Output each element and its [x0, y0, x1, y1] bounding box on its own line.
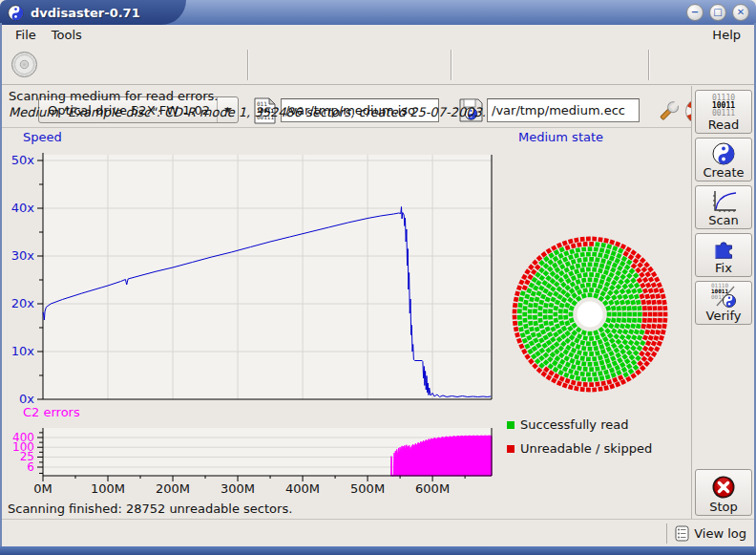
status-line-2: Medium "Example disc": CD-R mode 1, 3524… — [9, 105, 691, 119]
app-logo-icon — [8, 5, 24, 21]
window-bottom-border — [0, 546, 756, 555]
read-button[interactable]: 011101001100111 Read — [695, 90, 752, 134]
toolbar: Optical drive 52X FW 1.02 011 10011 0011… — [2, 45, 754, 85]
svg-text:300M: 300M — [220, 481, 255, 496]
menu-help[interactable]: Help — [704, 26, 748, 44]
read-button-label: Read — [708, 117, 740, 132]
verify-button[interactable]: 011101001100111 Verify — [695, 281, 752, 325]
svg-text:30x: 30x — [11, 248, 35, 263]
window-edge — [0, 23, 2, 546]
svg-text:40x: 40x — [11, 201, 35, 215]
menu-tools[interactable]: Tools — [44, 26, 90, 44]
svg-text:600M: 600M — [415, 481, 450, 496]
legend-swatch-red — [507, 445, 514, 453]
legend-swatch-green — [507, 421, 514, 429]
log-list-icon — [675, 525, 690, 542]
toolbar-separator — [451, 50, 452, 80]
view-log-label: View log — [694, 526, 746, 541]
menubar: File Tools Help — [2, 25, 754, 45]
svg-text:100M: 100M — [91, 481, 125, 496]
svg-text:0M: 0M — [33, 481, 52, 496]
menu-file[interactable]: File — [8, 26, 44, 44]
stop-button-label: Stop — [709, 500, 738, 514]
app-window: dvdisaster-0.71 − □ ✕ File Tools Help Op… — [0, 0, 756, 555]
cd-drive-icon[interactable] — [10, 51, 38, 78]
svg-text:0x: 0x — [19, 392, 34, 406]
scan-button-label: Scan — [708, 213, 739, 227]
verify-slash-yinyang-icon — [715, 285, 736, 308]
view-log-button[interactable]: View log — [666, 523, 746, 544]
minimize-button[interactable]: − — [686, 4, 704, 21]
puzzle-piece-icon — [712, 237, 736, 261]
legend-item-read: Successfully read — [507, 417, 628, 432]
svg-text:400: 400 — [12, 431, 34, 444]
verify-icon: 011101001100111 — [711, 283, 736, 309]
svg-text:50x: 50x — [11, 153, 35, 167]
maximize-button[interactable]: □ — [709, 4, 726, 21]
verify-button-label: Verify — [706, 309, 742, 323]
toolbar-separator — [247, 50, 249, 80]
create-button[interactable]: Create — [695, 138, 752, 181]
create-button-label: Create — [703, 165, 744, 180]
read-binary-icon: 011101001100111 — [712, 95, 735, 117]
legend-label-read: Successfully read — [520, 417, 628, 432]
status-info: Scanning medium for read errors. Medium … — [2, 86, 691, 128]
yin-yang-icon — [712, 142, 735, 165]
stop-button[interactable]: Stop — [695, 469, 752, 516]
close-button[interactable]: ✕ — [732, 4, 749, 21]
scan-button[interactable]: Scan — [695, 185, 752, 229]
stop-icon — [711, 475, 736, 500]
svg-text:200M: 200M — [156, 481, 190, 496]
svg-text:10x: 10x — [11, 344, 35, 358]
titlebar-tab: dvdisaster-0.71 — [0, 0, 186, 25]
fix-button-label: Fix — [715, 261, 732, 275]
titlebar[interactable]: dvdisaster-0.71 − □ ✕ — [0, 0, 756, 25]
action-sidebar: 011101001100111 Read Create Scan — [691, 86, 754, 519]
legend-label-unreadable: Unreadable / skipped — [520, 441, 652, 456]
fix-button[interactable]: Fix — [695, 233, 752, 277]
svg-text:500M: 500M — [350, 481, 385, 496]
legend-item-unreadable: Unreadable / skipped — [507, 441, 652, 456]
svg-text:400M: 400M — [285, 481, 320, 496]
toolbar-separator — [648, 50, 650, 80]
svg-text:20x: 20x — [11, 296, 35, 310]
window-title: dvdisaster-0.71 — [31, 6, 140, 20]
scan-graph-icon — [711, 190, 737, 213]
main-content: Speed Medium state C2 errors 0x10x20x30x… — [0, 128, 691, 519]
statusbar: View log — [2, 519, 754, 546]
charts-canvas: 0x10x20x30x40x50x6251004000M100M200M300M… — [0, 128, 691, 519]
status-line-1: Scanning medium for read errors. — [9, 89, 691, 103]
scan-result-text: Scanning finished: 28752 unreadable sect… — [8, 502, 292, 516]
